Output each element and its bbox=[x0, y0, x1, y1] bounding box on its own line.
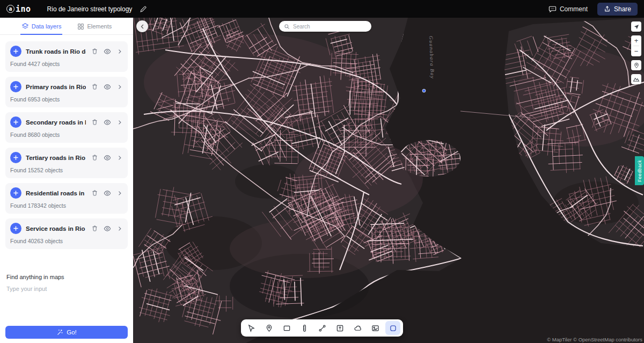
eye-icon bbox=[104, 48, 111, 55]
route-tool-button[interactable] bbox=[314, 321, 330, 335]
chevron-right-icon bbox=[116, 84, 123, 90]
toggle-visibility-button[interactable] bbox=[104, 48, 111, 55]
terrain-button[interactable] bbox=[631, 74, 641, 84]
trash-icon bbox=[91, 83, 98, 90]
layer-name: Tertiary roads in Rio de J bbox=[26, 155, 86, 161]
delete-layer-button[interactable] bbox=[91, 48, 98, 55]
map-search-input[interactable] bbox=[293, 24, 367, 30]
trash-icon bbox=[91, 119, 98, 126]
comment-button[interactable]: Comment bbox=[548, 5, 588, 13]
toggle-visibility-button[interactable] bbox=[104, 189, 111, 197]
expand-layer-button[interactable] bbox=[116, 48, 123, 55]
map-poi-dot bbox=[422, 89, 426, 92]
tab-data-layers[interactable]: Data layers bbox=[20, 19, 63, 35]
delete-layer-button[interactable] bbox=[91, 154, 98, 161]
tab-elements-label: Elements bbox=[87, 23, 112, 30]
comment-label: Comment bbox=[560, 5, 588, 13]
layer-card-top: Service roads in Rio de J bbox=[10, 223, 123, 234]
plus-icon bbox=[13, 48, 19, 54]
sidebar: Data layers Elements Trunk roads in Rio … bbox=[0, 18, 133, 343]
finder-label: Find anything in maps bbox=[6, 274, 127, 280]
expand-layer-button[interactable] bbox=[116, 119, 123, 126]
rectangle-tool-button[interactable] bbox=[279, 321, 294, 335]
layer-card: Trunk roads in Rio de Jar Found 4427 obj… bbox=[5, 41, 128, 72]
expand-layer-button[interactable] bbox=[116, 190, 123, 196]
share-button[interactable]: Share bbox=[597, 3, 638, 16]
zoom-out-button[interactable]: − bbox=[631, 46, 641, 56]
add-layer-button[interactable] bbox=[10, 152, 21, 163]
add-layer-button[interactable] bbox=[10, 116, 21, 128]
layer-card-top: Primary roads in Rio de J bbox=[10, 81, 123, 92]
plus-icon bbox=[13, 155, 19, 160]
app-logo-text: ino bbox=[16, 4, 31, 14]
ruler-icon bbox=[301, 324, 309, 332]
add-layer-button[interactable] bbox=[10, 223, 21, 234]
delete-layer-button[interactable] bbox=[91, 119, 98, 126]
tab-elements[interactable]: Elements bbox=[76, 19, 113, 35]
layer-name: Trunk roads in Rio de Jar bbox=[26, 48, 86, 55]
topbar: a ino Rio de Janeiro street typology Com… bbox=[0, 0, 644, 18]
zoom-in-button[interactable]: + bbox=[631, 35, 641, 46]
plus-icon bbox=[13, 190, 19, 196]
feedback-tab[interactable]: Feedback bbox=[635, 156, 644, 185]
share-icon bbox=[604, 5, 611, 12]
trash-icon bbox=[91, 48, 98, 55]
layer-found-count: Found 40263 objects bbox=[10, 238, 123, 244]
pencil-icon bbox=[140, 5, 147, 13]
image-tool-button[interactable] bbox=[368, 321, 383, 335]
map-attribution: © MapTiler © OpenStreetMap contributors bbox=[547, 337, 642, 342]
eye-icon bbox=[104, 154, 111, 162]
toggle-visibility-button[interactable] bbox=[104, 225, 111, 232]
expand-layer-button[interactable] bbox=[116, 155, 123, 161]
share-label: Share bbox=[614, 5, 631, 13]
eye-icon bbox=[104, 83, 111, 91]
shape-tool-button[interactable] bbox=[385, 321, 400, 335]
delete-layer-button[interactable] bbox=[91, 225, 98, 232]
map-search bbox=[279, 21, 371, 32]
delete-layer-button[interactable] bbox=[91, 189, 98, 196]
compass-button[interactable] bbox=[631, 21, 641, 32]
document-title: Rio de Janeiro street typology bbox=[47, 5, 133, 13]
sidebar-collapse-button[interactable] bbox=[136, 20, 148, 32]
add-layer-button[interactable] bbox=[10, 81, 21, 92]
locate-button[interactable] bbox=[631, 60, 641, 70]
delete-layer-button[interactable] bbox=[91, 83, 98, 90]
rounded-square-icon bbox=[389, 324, 397, 332]
layer-found-count: Found 4427 objects bbox=[10, 61, 123, 67]
expand-layer-button[interactable] bbox=[116, 225, 123, 232]
plus-icon bbox=[13, 119, 19, 125]
plus-icon bbox=[13, 225, 19, 231]
layer-card: Primary roads in Rio de J Found 6953 obj… bbox=[5, 77, 128, 107]
layer-card-top: Trunk roads in Rio de Jar bbox=[10, 46, 123, 57]
map-canvas[interactable]: Guanabara Bay + − bbox=[133, 18, 644, 343]
chevron-right-icon bbox=[116, 155, 123, 161]
layer-card: Service roads in Rio de J Found 40263 ob… bbox=[5, 218, 128, 249]
add-layer-button[interactable] bbox=[10, 187, 21, 199]
trash-icon bbox=[91, 154, 98, 161]
finder-input[interactable] bbox=[6, 286, 127, 292]
toggle-visibility-button[interactable] bbox=[104, 154, 111, 162]
map-toolbar bbox=[241, 319, 403, 337]
go-button[interactable]: Go! bbox=[5, 326, 128, 339]
cloud-icon bbox=[354, 324, 362, 332]
cloud-tool-button[interactable] bbox=[350, 321, 365, 335]
toggle-visibility-button[interactable] bbox=[104, 119, 111, 126]
mountains-icon bbox=[633, 76, 640, 83]
map-controls: + − bbox=[631, 21, 641, 84]
rename-button[interactable] bbox=[140, 5, 147, 13]
expand-layer-button[interactable] bbox=[116, 84, 123, 90]
text-tool-button[interactable] bbox=[332, 321, 347, 335]
chevron-right-icon bbox=[116, 119, 123, 126]
ruler-tool-button[interactable] bbox=[297, 321, 312, 335]
go-label: Go! bbox=[67, 329, 77, 335]
route-icon bbox=[318, 324, 326, 332]
layer-name: Primary roads in Rio de J bbox=[26, 84, 86, 90]
select-tool-button[interactable] bbox=[244, 321, 259, 335]
add-layer-button[interactable] bbox=[10, 46, 21, 57]
chevron-left-icon bbox=[140, 24, 145, 30]
layer-found-count: Found 15252 objects bbox=[10, 167, 123, 173]
grid-icon bbox=[77, 23, 84, 30]
app-logo[interactable]: a ino bbox=[6, 4, 31, 14]
pin-tool-button[interactable] bbox=[261, 321, 276, 335]
toggle-visibility-button[interactable] bbox=[104, 83, 111, 91]
